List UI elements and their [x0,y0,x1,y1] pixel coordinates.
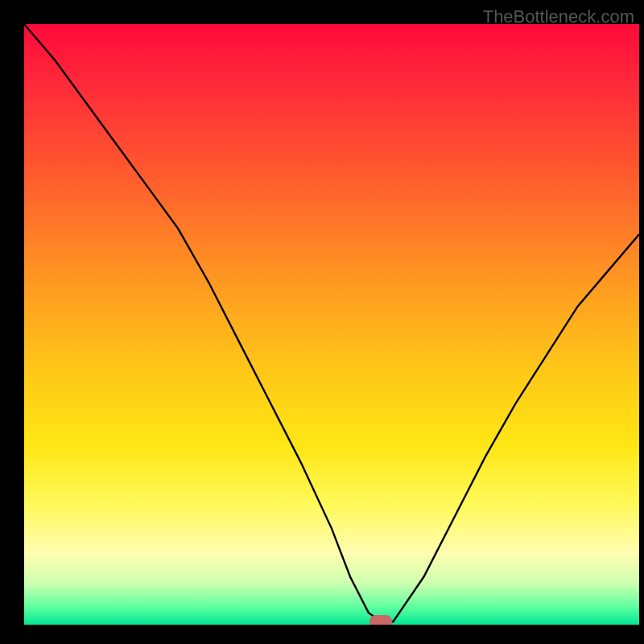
curve-layer [24,24,639,625]
optimal-point-marker [369,615,392,625]
watermark-label: TheBottleneck.com [483,6,634,27]
plot-area [24,24,639,625]
bottleneck-curve-path [24,24,639,621]
